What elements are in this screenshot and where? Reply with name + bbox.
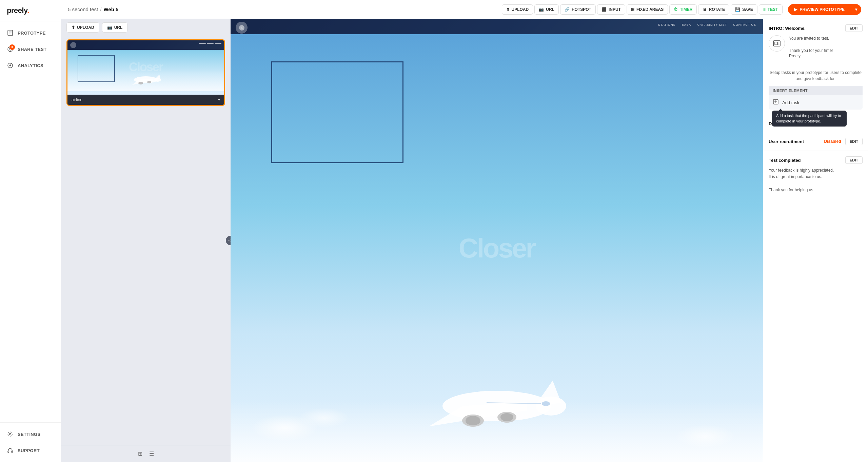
- sidebar-item-prototype[interactable]: PROTOTYPE: [0, 25, 61, 41]
- add-task-row[interactable]: Add task: [769, 95, 863, 110]
- intro-section-header: INTRO: Welcome. EDIT: [769, 24, 863, 32]
- camera-icon: 📷: [539, 7, 544, 12]
- sidebar-item-label-prototype: PROTOTYPE: [18, 31, 46, 36]
- svg-rect-13: [8, 451, 9, 453]
- svg-rect-33: [773, 41, 780, 46]
- logo-dot: .: [27, 6, 29, 15]
- setup-text: Setup tasks in your prototype for users …: [769, 70, 863, 82]
- intro-icon: [769, 35, 785, 52]
- preview-btn-main[interactable]: ▶ PREVIEW PROTOTYPE: [788, 4, 851, 15]
- svg-point-31: [500, 413, 513, 421]
- fixed-areas-label: FIXED AREAS: [636, 7, 664, 12]
- screen-thumb-image: Closer: [67, 40, 224, 95]
- url-button[interactable]: 📷 URL: [534, 4, 559, 15]
- list-view-button[interactable]: ☰: [149, 450, 154, 457]
- share-test-badge: 3: [9, 44, 15, 50]
- timer-button[interactable]: ⏱ TIMER: [669, 4, 697, 15]
- intro-section: INTRO: Welcome. EDIT You a: [763, 19, 868, 64]
- preview-label: PREVIEW PROTOTYPE: [800, 7, 845, 12]
- insert-element-box: INSERT ELEMENT Add task Add a task t: [769, 86, 863, 110]
- headphone-icon: [7, 447, 14, 454]
- svg-point-26: [536, 397, 566, 416]
- screen-name: airline: [72, 97, 82, 102]
- recruitment-status: Disabled: [824, 139, 841, 144]
- svg-rect-34: [775, 42, 777, 45]
- completed-text: Your feedback is highly appreciated. It …: [769, 167, 863, 193]
- completed-line1: Your feedback is highly appreciated.: [769, 167, 863, 174]
- grid-icon: ⊞: [631, 7, 634, 12]
- preview-nav: STATIONS EASA CAPABILITY LIST CONTACT US: [658, 23, 756, 26]
- intro-thank-text: Thank you for your time!: [789, 47, 833, 54]
- timer-icon: ⏱: [674, 7, 678, 12]
- play-icon: ▶: [794, 7, 797, 12]
- doc-icon: [7, 30, 14, 36]
- screen-thumbnail-airline[interactable]: Closer airline ▾: [66, 39, 225, 106]
- center-panel: ✈ STATIONS EASA CAPABILITY LIST CONTACT …: [231, 19, 763, 462]
- selection-frame: [271, 61, 403, 163]
- hotspot-button[interactable]: 🔗 HOTSPOT: [560, 4, 596, 15]
- sidebar-item-analytics[interactable]: ANALYTICS: [0, 57, 61, 74]
- completed-line3: Thank you for helping us.: [769, 187, 863, 193]
- rotate-icon: 🖥: [703, 7, 707, 12]
- header-toolbar: ⬆ UPLOAD 📷 URL 🔗 HOTSPOT ⬛ INPUT ⊞ FIXED…: [502, 4, 783, 15]
- intro-brand-text: Preely: [789, 54, 833, 58]
- fixed-areas-button[interactable]: ⊞ FIXED AREAS: [627, 4, 668, 15]
- recruitment-edit-button[interactable]: EDIT: [845, 138, 863, 145]
- intro-invited-text: You are invited to test.: [789, 35, 833, 41]
- rotate-button[interactable]: 🖥 ROTATE: [698, 4, 729, 15]
- input-button[interactable]: ⬛ INPUT: [597, 4, 625, 15]
- upload-icon: ⬆: [506, 7, 510, 12]
- nav-easa: EASA: [682, 23, 691, 26]
- completed-section-title: Test completed: [769, 158, 801, 163]
- recruitment-row: User recruitment Disabled EDIT: [769, 138, 863, 145]
- content-area: ⬆ UPLOAD 📷 URL: [61, 19, 868, 462]
- preview-canvas: ✈ STATIONS EASA CAPABILITY LIST CONTACT …: [231, 19, 763, 462]
- camera-import-icon: 📷: [107, 25, 112, 30]
- add-task-tooltip: Add a task that the participant will try…: [772, 111, 847, 127]
- plane-image: [426, 367, 568, 445]
- screen-label: airline ▾: [67, 95, 224, 105]
- recruitment-section: User recruitment Disabled EDIT: [763, 132, 868, 151]
- upload-file-icon: ⬆: [72, 25, 75, 30]
- sidebar: preely. PROTOTYPE: [0, 0, 61, 462]
- url-import-label: URL: [114, 25, 123, 30]
- completed-edit-button[interactable]: EDIT: [845, 156, 863, 164]
- url-import-button[interactable]: 📷 URL: [102, 22, 128, 33]
- add-task-label[interactable]: Add task: [782, 100, 800, 105]
- intro-section-title: INTRO: Welcome.: [769, 26, 806, 31]
- sidebar-item-share-test[interactable]: 3 SHARE TEST: [0, 41, 61, 57]
- intro-text-block: You are invited to test. Thank you for y…: [789, 35, 833, 58]
- url-label: URL: [546, 7, 554, 12]
- sidebar-item-settings[interactable]: SETTINGS: [0, 426, 61, 442]
- input-label: INPUT: [609, 7, 621, 12]
- left-panel-toolbar: ⬆ UPLOAD 📷 URL: [61, 19, 231, 36]
- logo: preely.: [7, 6, 29, 15]
- right-panel: INTRO: Welcome. EDIT You a: [763, 19, 868, 462]
- screen-nav: [199, 43, 221, 44]
- save-button[interactable]: 💾 SAVE: [731, 4, 757, 15]
- closer-text-overlay: Closer: [459, 233, 535, 264]
- intro-edit-button[interactable]: EDIT: [845, 24, 863, 32]
- nav-contact: CONTACT US: [733, 23, 756, 26]
- completed-section: Test completed EDIT Your feedback is hig…: [763, 151, 868, 199]
- completed-line2: It is of great importance to us.: [769, 174, 863, 180]
- recruitment-title: User recruitment: [769, 139, 804, 144]
- svg-point-12: [9, 434, 11, 435]
- sidebar-item-support[interactable]: SUPPORT: [0, 442, 61, 459]
- sidebar-item-label-analytics: ANALYTICS: [18, 63, 43, 68]
- breadcrumb-separator: /: [100, 6, 101, 12]
- breadcrumb: 5 second test / Web 5: [68, 6, 496, 12]
- insert-element-header: INSERT ELEMENT: [769, 86, 863, 95]
- recruitment-actions: Disabled EDIT: [824, 138, 863, 145]
- tasks-section: Setup tasks in your prototype for users …: [763, 64, 868, 115]
- timer-label: TIMER: [680, 7, 692, 12]
- preview-dropdown-button[interactable]: ▾: [851, 4, 861, 15]
- upload-button[interactable]: ⬆ UPLOAD: [502, 4, 533, 15]
- upload-file-button[interactable]: ⬆ UPLOAD: [66, 22, 99, 33]
- hotspot-label: HOTSPOT: [572, 7, 591, 12]
- preview-prototype-button[interactable]: ▶ PREVIEW PROTOTYPE ▾: [788, 4, 861, 15]
- grid-view-button[interactable]: ⊞: [138, 450, 142, 457]
- test-button[interactable]: ≡ TEST: [759, 4, 783, 15]
- nav-stations: STATIONS: [658, 23, 676, 26]
- tooltip-text: Add a task that the participant will try…: [776, 114, 841, 123]
